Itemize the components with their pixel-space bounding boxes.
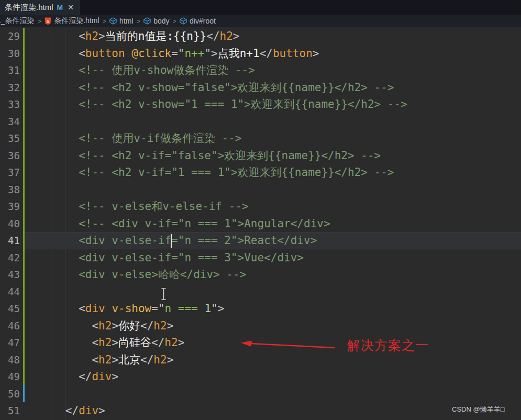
code-token: n++ [184, 47, 204, 60]
gutter-modified-bar [23, 164, 25, 181]
line-number[interactable]: 35 [0, 130, 20, 147]
vscode-window: 条件渲染.html M ✕ 1_条件渲染>5条件渲染.html>html>bod… [0, 0, 521, 420]
code-line-51[interactable]: </div> [26, 402, 521, 419]
code-token: h2 [153, 353, 167, 366]
code-line-36[interactable]: <!-- <h2 v-if="false">欢迎来到{{name}}</h2> … [26, 147, 521, 164]
code-token: </ [140, 353, 153, 366]
code-token: </ [26, 370, 92, 383]
code-token: < [26, 47, 85, 60]
line-number[interactable]: 50 [0, 385, 20, 403]
breadcrumb-label: body [153, 17, 169, 25]
code-token: 尚硅谷 [118, 336, 151, 349]
code-line-48[interactable]: <h2>北京</h2> [26, 351, 521, 369]
breadcrumb-label: 1_条件渲染 [0, 16, 35, 26]
line-number[interactable]: 46 [0, 317, 20, 335]
code-token: button [85, 47, 125, 60]
code-token: </ [260, 47, 273, 60]
code-line-39[interactable]: <!-- v-else和v-else-if --> [26, 198, 521, 215]
code-line-44[interactable] [26, 283, 521, 301]
code-token: > [112, 336, 118, 349]
gutter-modified-bar [23, 147, 25, 164]
breadcrumb-item-html[interactable]: html [109, 17, 133, 25]
breadcrumb-item-1-[interactable]: 1_条件渲染 [0, 16, 35, 26]
html5-icon: 5 [45, 17, 51, 25]
line-number[interactable]: 44 [0, 283, 20, 301]
symbol-cube-icon [143, 17, 151, 25]
code-line-30[interactable]: <button @click="n++">点我n+1</button> [26, 45, 521, 62]
code-token: div [92, 370, 112, 383]
code-token: 点我n+1 [218, 47, 260, 60]
code-token: <div v-else>哈哈</div> --> [26, 268, 246, 281]
breadcrumb-item--html[interactable]: 5条件渲染.html [45, 16, 99, 26]
line-number[interactable]: 41 [0, 232, 20, 249]
gutter-modified-bar [23, 232, 25, 249]
line-number[interactable]: 48 [0, 351, 20, 369]
line-number[interactable]: 40 [0, 215, 20, 233]
line-number[interactable]: 30 [0, 45, 20, 62]
code-line-42[interactable]: <div v-else-if="n === 3">Vue</div> [26, 249, 521, 267]
line-number[interactable]: 31 [0, 62, 20, 79]
line-number[interactable]: 47 [0, 334, 20, 351]
code-line-29[interactable]: <h2>当前的n值是:{{n}}</h2> [26, 28, 521, 45]
line-number[interactable]: 36 [0, 147, 20, 164]
code-token: h2 [164, 336, 178, 349]
line-number[interactable]: 42 [0, 249, 20, 267]
code-line-45[interactable]: <div v-show="n === 1"> [26, 300, 521, 317]
code-line-38[interactable] [26, 181, 521, 198]
line-number[interactable]: 45 [0, 300, 20, 317]
code-line-50[interactable] [26, 385, 521, 403]
code-line-46[interactable]: <h2>你好</h2> [26, 317, 521, 335]
code-token: h2 [98, 319, 112, 332]
line-number[interactable]: 37 [0, 164, 20, 181]
code-token: h2 [98, 353, 112, 366]
line-number[interactable]: 33 [0, 96, 20, 113]
line-number[interactable]: 39 [0, 198, 20, 215]
code-token: "> [204, 47, 217, 60]
gutter-modified-bar [23, 283, 25, 301]
tab-conditional-rendering[interactable]: 条件渲染.html M ✕ [0, 0, 80, 15]
breadcrumb-item-body[interactable]: body [143, 17, 169, 25]
line-number[interactable]: 51 [0, 402, 20, 419]
code-token: <div v-else-if [26, 234, 171, 247]
line-number[interactable]: 38 [0, 181, 20, 198]
code-token: > [178, 336, 185, 349]
line-number[interactable]: 43 [0, 266, 20, 283]
gutter-modified-bar [23, 79, 25, 96]
code-token [105, 302, 112, 315]
code-token [125, 47, 132, 60]
code-line-43[interactable]: <div v-else>哈哈</div> --> [26, 266, 521, 283]
gutter-modified-bar [23, 130, 25, 147]
gutter-modified-bar [23, 28, 25, 45]
gutter-modified-bar [23, 317, 25, 335]
gutter-modified-bar [23, 266, 25, 283]
code-token: </ [140, 319, 153, 332]
code-line-35[interactable]: <!-- 使用v-if做条件渲染 --> [26, 130, 521, 147]
breadcrumb-label: 条件渲染.html [54, 16, 99, 26]
code-token: 你好 [118, 319, 140, 332]
gutter-modified-bar [23, 181, 25, 198]
code-line-31[interactable]: <!-- 使用v-show做条件渲染 --> [26, 62, 521, 79]
symbol-cube-icon [109, 17, 117, 25]
watermark: CSDN @懒羊羊□ [452, 405, 505, 414]
line-number[interactable]: 49 [0, 368, 20, 385]
code-line-49[interactable]: </div> [26, 368, 521, 385]
code-line-32[interactable]: <!-- <h2 v-show="false">欢迎来到{{name}}</h2… [26, 79, 521, 96]
code-token: > [112, 353, 118, 366]
line-number[interactable]: 29 [0, 28, 20, 45]
breadcrumb: 1_条件渲染>5条件渲染.html>html>body>div#root [0, 15, 521, 27]
code-editor[interactable]: 2930313233343536373839404142434445464748… [0, 27, 521, 420]
gutter-modified-bar [23, 351, 25, 369]
code-token: </ [151, 336, 164, 349]
code-line-37[interactable]: <!-- <h2 v-if="1 === 1">欢迎来到{{name}}</h2… [26, 164, 521, 181]
line-number[interactable]: 32 [0, 79, 20, 96]
code-line-41[interactable]: <div v-else-if="n === 2">React</div> [26, 232, 521, 249]
code-line-34[interactable] [26, 113, 521, 130]
close-icon[interactable]: ✕ [66, 3, 75, 12]
breadcrumb-label: div#root [190, 17, 216, 25]
code-line-33[interactable]: <!-- <h2 v-show="1 === 1">欢迎来到{{name}}</… [26, 96, 521, 113]
line-number[interactable]: 34 [0, 113, 20, 130]
code-line-40[interactable]: <!-- <div v-if="n === 1">Angular</div> [26, 215, 521, 233]
code-token: <!-- 使用v-show做条件渲染 --> [26, 64, 255, 76]
code-token: button [273, 47, 313, 60]
breadcrumb-item-div-root[interactable]: div#root [180, 17, 216, 25]
